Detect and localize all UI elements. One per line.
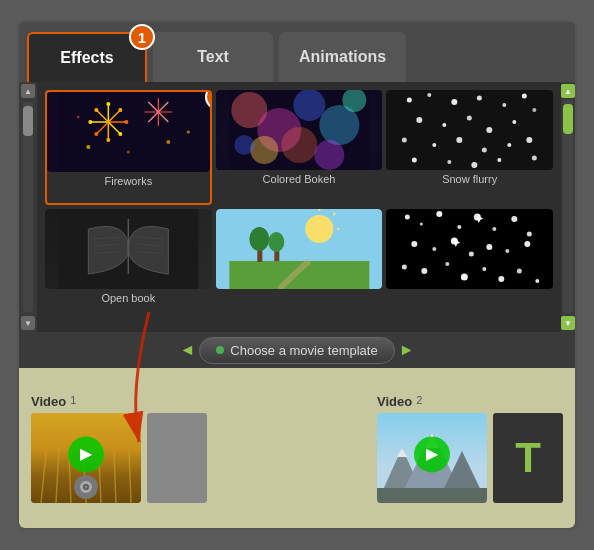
badge-1: 1 <box>129 24 155 50</box>
snow-thumb <box>386 90 553 170</box>
svg-point-37 <box>314 140 344 170</box>
svg-point-89 <box>512 216 518 222</box>
video1-main-thumb[interactable]: ▶ <box>31 413 141 503</box>
svg-point-96 <box>506 249 510 253</box>
svg-rect-40 <box>400 90 540 170</box>
svg-point-47 <box>533 108 537 112</box>
video2-t-slot[interactable]: T <box>493 413 563 503</box>
svg-point-42 <box>428 93 432 97</box>
effect-snow[interactable]: Snow flurry <box>386 90 553 205</box>
svg-point-60 <box>448 160 452 164</box>
svg-point-105 <box>536 279 540 283</box>
tab-text[interactable]: Text <box>153 32 273 82</box>
svg-point-44 <box>477 96 482 101</box>
svg-point-94 <box>469 252 474 257</box>
svg-point-15 <box>88 120 92 124</box>
video2-main-thumb[interactable]: ▶ <box>377 413 487 503</box>
svg-point-103 <box>499 276 505 282</box>
template-bar: ◄ Choose a movie template ► <box>19 332 575 368</box>
template-btn-label: Choose a movie template <box>230 343 377 358</box>
svg-point-97 <box>525 241 531 247</box>
scroll-track <box>23 102 33 312</box>
main-panel: Effects 1 Text Animations ▲ ▼ 2 <box>17 20 577 530</box>
svg-point-46 <box>522 94 527 99</box>
scroll-thumb <box>23 106 33 136</box>
svg-point-10 <box>118 108 122 112</box>
tabs-bar: Effects 1 Text Animations <box>19 22 575 82</box>
svg-line-75 <box>333 213 335 215</box>
svg-point-61 <box>472 162 478 168</box>
green-dot <box>216 346 224 354</box>
svg-point-73 <box>305 215 333 243</box>
svg-point-102 <box>483 267 487 271</box>
svg-point-62 <box>498 158 502 162</box>
effect-book[interactable]: Open book <box>45 209 212 324</box>
svg-point-11 <box>124 120 128 124</box>
svg-point-63 <box>532 156 537 161</box>
effect-landscape[interactable] <box>216 209 383 324</box>
svg-point-13 <box>106 138 110 142</box>
video2-thumbs: ▶ T <box>377 413 563 503</box>
video1-placeholder <box>147 413 207 503</box>
svg-point-90 <box>527 232 532 237</box>
svg-point-116 <box>85 485 88 488</box>
svg-rect-82 <box>400 209 540 289</box>
effects-grid: 2 <box>37 82 561 332</box>
svg-point-99 <box>422 268 428 274</box>
scroll-bar-left: ▲ ▼ <box>19 82 37 332</box>
landscape-thumb <box>216 209 383 289</box>
svg-point-52 <box>513 120 517 124</box>
arrow-left-icon: ◄ <box>179 341 195 359</box>
tab-animations[interactable]: Animations <box>279 32 406 82</box>
scroll-right-down[interactable]: ▼ <box>561 316 575 330</box>
svg-point-92 <box>433 247 437 251</box>
effect-fireworks[interactable]: 2 <box>45 90 212 205</box>
effect-stars[interactable] <box>386 209 553 324</box>
tab-effects[interactable]: Effects 1 <box>27 32 147 82</box>
scroll-right-up[interactable]: ▲ <box>561 84 575 98</box>
svg-rect-77 <box>229 261 369 289</box>
scroll-down-btn[interactable]: ▼ <box>21 316 35 330</box>
tab-animations-label: Animations <box>299 48 386 66</box>
svg-point-54 <box>433 143 437 147</box>
svg-point-36 <box>281 127 317 163</box>
video-section-2: Video 2 <box>377 394 563 503</box>
svg-point-43 <box>452 99 458 105</box>
svg-point-100 <box>446 262 450 266</box>
svg-point-86 <box>458 225 462 229</box>
svg-point-39 <box>234 135 254 155</box>
book-label: Open book <box>101 292 155 304</box>
snow-label: Snow flurry <box>442 173 497 185</box>
video-area: Video 1 <box>19 368 575 528</box>
svg-point-33 <box>293 90 325 121</box>
svg-point-95 <box>487 244 493 250</box>
svg-point-83 <box>405 215 410 220</box>
svg-point-45 <box>503 103 507 107</box>
svg-point-29 <box>187 131 190 134</box>
svg-point-50 <box>467 116 472 121</box>
scroll-up-btn[interactable]: ▲ <box>21 84 35 98</box>
effect-bokeh[interactable]: Colored Bokeh <box>216 90 383 205</box>
scroll-right-thumb <box>563 104 573 134</box>
svg-point-85 <box>437 211 443 217</box>
scroll-bar-right: ▲ ▼ <box>561 82 575 332</box>
svg-point-88 <box>493 227 497 231</box>
video2-label: Video <box>377 394 412 409</box>
svg-rect-0 <box>58 92 198 172</box>
video1-play-button[interactable]: ▶ <box>68 436 104 472</box>
svg-point-58 <box>527 137 533 143</box>
svg-point-84 <box>420 223 423 226</box>
video2-play-button[interactable]: ▶ <box>414 436 450 472</box>
tab-text-label: Text <box>197 48 229 66</box>
video2-number: 2 <box>416 394 422 406</box>
stars-thumb <box>386 209 553 289</box>
choose-template-button[interactable]: Choose a movie template <box>199 337 394 364</box>
video-section-1: Video 1 <box>31 394 207 503</box>
svg-point-57 <box>508 143 512 147</box>
scroll-right-track <box>563 100 573 314</box>
svg-point-49 <box>443 123 447 127</box>
svg-point-53 <box>402 138 407 143</box>
svg-point-12 <box>118 132 122 136</box>
video1-thumbs: ▶ <box>31 413 207 503</box>
video1-label: Video <box>31 394 66 409</box>
